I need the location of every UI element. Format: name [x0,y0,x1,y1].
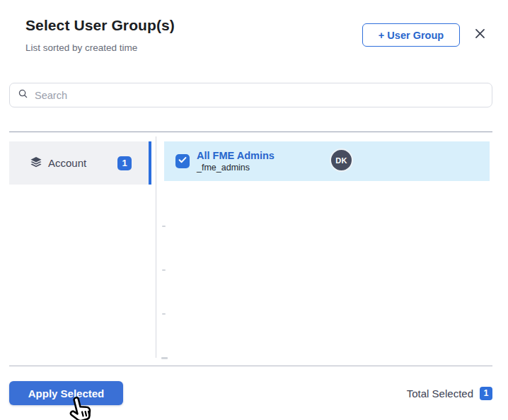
search-bar[interactable] [9,83,492,107]
apply-selected-button[interactable]: Apply Selected [9,381,123,405]
header-divider [9,132,492,132]
total-selected-badge: 1 [480,387,492,400]
group-name: All FME Admins [197,150,275,162]
apply-selected-button-label: Apply Selected [28,387,105,399]
layers-icon [30,156,42,171]
footer-divider [9,366,492,366]
group-id: _fme_admins [197,163,275,173]
total-selected: Total Selected 1 [407,386,492,400]
sidebar-item-label: Account [48,157,86,169]
total-selected-label: Total Selected [407,387,473,399]
account-count-badge: 1 [117,156,132,170]
page-title: Select User Group(s) [25,17,175,34]
group-row-text: All FME Admins _fme_admins [197,150,275,173]
group-checkbox[interactable] [175,154,190,168]
list-placeholder-dot [162,226,166,227]
add-user-group-button-label: + User Group [379,30,444,41]
list-placeholder-dot [162,269,166,271]
search-icon [18,88,28,102]
sort-info-text: List sorted by created time [25,42,137,53]
avatar: DK [330,148,353,172]
active-indicator [149,141,151,185]
close-icon [473,27,487,42]
checkmark-icon [178,155,187,168]
select-user-groups-dialog: Select User Group(s) List sorted by crea… [0,0,508,420]
list-placeholder-dot [161,357,168,359]
search-input[interactable] [35,90,484,101]
user-group-row[interactable]: All FME Admins _fme_admins DK [164,141,490,181]
add-user-group-button[interactable]: + User Group [362,23,460,47]
list-placeholder-dot [162,313,166,315]
close-button[interactable] [471,26,488,43]
pane-divider [156,136,156,358]
sidebar-item-account[interactable]: Account 1 [9,141,151,185]
